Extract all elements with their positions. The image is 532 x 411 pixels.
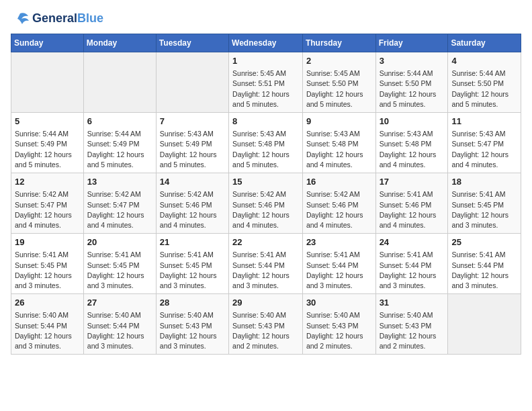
calendar-week: 1Sunrise: 5:45 AM Sunset: 5:51 PM Daylig… bbox=[11, 52, 521, 113]
day-info: Sunrise: 5:42 AM Sunset: 5:46 PM Dayligh… bbox=[160, 189, 225, 230]
day-info: Sunrise: 5:41 AM Sunset: 5:44 PM Dayligh… bbox=[232, 250, 299, 291]
calendar-cell: 21Sunrise: 5:41 AM Sunset: 5:45 PM Dayli… bbox=[156, 234, 228, 294]
day-info: Sunrise: 5:42 AM Sunset: 5:46 PM Dayligh… bbox=[306, 189, 372, 230]
day-number: 20 bbox=[87, 236, 152, 248]
calendar-cell: 20Sunrise: 5:41 AM Sunset: 5:45 PM Dayli… bbox=[83, 234, 156, 294]
day-info: Sunrise: 5:43 AM Sunset: 5:48 PM Dayligh… bbox=[306, 129, 372, 170]
day-info: Sunrise: 5:44 AM Sunset: 5:49 PM Dayligh… bbox=[87, 129, 152, 170]
day-number: 11 bbox=[451, 116, 517, 128]
calendar-week: 5Sunrise: 5:44 AM Sunset: 5:49 PM Daylig… bbox=[11, 113, 521, 173]
day-info: Sunrise: 5:44 AM Sunset: 5:49 PM Dayligh… bbox=[15, 129, 80, 170]
day-info: Sunrise: 5:43 AM Sunset: 5:47 PM Dayligh… bbox=[451, 129, 517, 170]
day-info: Sunrise: 5:43 AM Sunset: 5:48 PM Dayligh… bbox=[232, 129, 299, 170]
calendar-cell: 13Sunrise: 5:42 AM Sunset: 5:47 PM Dayli… bbox=[83, 173, 156, 234]
day-info: Sunrise: 5:43 AM Sunset: 5:49 PM Dayligh… bbox=[160, 129, 225, 170]
day-info: Sunrise: 5:41 AM Sunset: 5:46 PM Dayligh… bbox=[380, 189, 445, 230]
weekday-header: Tuesday bbox=[156, 34, 228, 52]
logo-icon bbox=[11, 11, 30, 27]
calendar-cell: 5Sunrise: 5:44 AM Sunset: 5:49 PM Daylig… bbox=[11, 113, 84, 173]
calendar-cell: 26Sunrise: 5:40 AM Sunset: 5:44 PM Dayli… bbox=[11, 294, 84, 355]
weekday-header: Wednesday bbox=[229, 34, 303, 52]
weekday-header: Saturday bbox=[448, 34, 521, 52]
calendar-week: 19Sunrise: 5:41 AM Sunset: 5:45 PM Dayli… bbox=[11, 234, 521, 294]
calendar-header: SundayMondayTuesdayWednesdayThursdayFrid… bbox=[11, 34, 521, 52]
calendar-cell: 18Sunrise: 5:41 AM Sunset: 5:45 PM Dayli… bbox=[448, 173, 521, 234]
day-info: Sunrise: 5:45 AM Sunset: 5:50 PM Dayligh… bbox=[306, 68, 372, 109]
day-info: Sunrise: 5:44 AM Sunset: 5:50 PM Dayligh… bbox=[451, 68, 517, 109]
day-info: Sunrise: 5:43 AM Sunset: 5:48 PM Dayligh… bbox=[380, 129, 445, 170]
calendar-cell bbox=[156, 52, 228, 113]
day-number: 23 bbox=[306, 236, 372, 248]
calendar-cell: 9Sunrise: 5:43 AM Sunset: 5:48 PM Daylig… bbox=[302, 113, 375, 173]
day-number: 17 bbox=[380, 176, 445, 188]
day-info: Sunrise: 5:44 AM Sunset: 5:50 PM Dayligh… bbox=[380, 68, 445, 109]
day-info: Sunrise: 5:40 AM Sunset: 5:43 PM Dayligh… bbox=[232, 310, 299, 351]
day-info: Sunrise: 5:40 AM Sunset: 5:43 PM Dayligh… bbox=[380, 310, 445, 351]
day-info: Sunrise: 5:41 AM Sunset: 5:45 PM Dayligh… bbox=[160, 250, 225, 291]
calendar-cell: 29Sunrise: 5:40 AM Sunset: 5:43 PM Dayli… bbox=[229, 294, 303, 355]
calendar-cell: 23Sunrise: 5:41 AM Sunset: 5:44 PM Dayli… bbox=[302, 234, 375, 294]
calendar-cell: 24Sunrise: 5:41 AM Sunset: 5:44 PM Dayli… bbox=[375, 234, 448, 294]
calendar-cell: 3Sunrise: 5:44 AM Sunset: 5:50 PM Daylig… bbox=[375, 52, 448, 113]
calendar-cell: 27Sunrise: 5:40 AM Sunset: 5:44 PM Dayli… bbox=[83, 294, 156, 355]
calendar-cell bbox=[83, 52, 156, 113]
day-number: 16 bbox=[306, 176, 372, 188]
day-number: 27 bbox=[87, 297, 152, 309]
day-number: 15 bbox=[232, 176, 299, 188]
calendar-cell: 17Sunrise: 5:41 AM Sunset: 5:46 PM Dayli… bbox=[375, 173, 448, 234]
calendar-cell: 8Sunrise: 5:43 AM Sunset: 5:48 PM Daylig… bbox=[229, 113, 303, 173]
day-info: Sunrise: 5:41 AM Sunset: 5:45 PM Dayligh… bbox=[87, 250, 152, 291]
calendar-cell: 10Sunrise: 5:43 AM Sunset: 5:48 PM Dayli… bbox=[375, 113, 448, 173]
calendar-cell: 12Sunrise: 5:42 AM Sunset: 5:47 PM Dayli… bbox=[11, 173, 84, 234]
calendar-cell bbox=[11, 52, 84, 113]
day-number: 18 bbox=[451, 176, 517, 188]
day-info: Sunrise: 5:41 AM Sunset: 5:44 PM Dayligh… bbox=[306, 250, 372, 291]
calendar-table: SundayMondayTuesdayWednesdayThursdayFrid… bbox=[11, 34, 521, 355]
day-number: 2 bbox=[306, 55, 372, 67]
day-number: 8 bbox=[232, 116, 299, 128]
day-info: Sunrise: 5:42 AM Sunset: 5:46 PM Dayligh… bbox=[232, 189, 299, 230]
weekday-header: Sunday bbox=[11, 34, 84, 52]
calendar-cell: 1Sunrise: 5:45 AM Sunset: 5:51 PM Daylig… bbox=[229, 52, 303, 113]
day-number: 25 bbox=[451, 236, 517, 248]
day-number: 24 bbox=[380, 236, 445, 248]
weekday-header: Monday bbox=[83, 34, 156, 52]
day-info: Sunrise: 5:41 AM Sunset: 5:44 PM Dayligh… bbox=[380, 250, 445, 291]
day-info: Sunrise: 5:41 AM Sunset: 5:45 PM Dayligh… bbox=[15, 250, 80, 291]
calendar-cell bbox=[448, 294, 521, 355]
day-number: 29 bbox=[232, 297, 299, 309]
calendar-cell: 6Sunrise: 5:44 AM Sunset: 5:49 PM Daylig… bbox=[83, 113, 156, 173]
calendar-cell: 11Sunrise: 5:43 AM Sunset: 5:47 PM Dayli… bbox=[448, 113, 521, 173]
day-info: Sunrise: 5:40 AM Sunset: 5:43 PM Dayligh… bbox=[306, 310, 372, 351]
day-number: 9 bbox=[306, 116, 372, 128]
weekday-header: Friday bbox=[375, 34, 448, 52]
calendar-cell: 22Sunrise: 5:41 AM Sunset: 5:44 PM Dayli… bbox=[229, 234, 303, 294]
day-number: 22 bbox=[232, 236, 299, 248]
day-number: 26 bbox=[15, 297, 80, 309]
calendar-cell: 16Sunrise: 5:42 AM Sunset: 5:46 PM Dayli… bbox=[302, 173, 375, 234]
calendar-week: 12Sunrise: 5:42 AM Sunset: 5:47 PM Dayli… bbox=[11, 173, 521, 234]
day-number: 4 bbox=[451, 55, 517, 67]
day-number: 6 bbox=[87, 116, 152, 128]
day-info: Sunrise: 5:40 AM Sunset: 5:44 PM Dayligh… bbox=[15, 310, 80, 351]
calendar-cell: 30Sunrise: 5:40 AM Sunset: 5:43 PM Dayli… bbox=[302, 294, 375, 355]
calendar-cell: 31Sunrise: 5:40 AM Sunset: 5:43 PM Dayli… bbox=[375, 294, 448, 355]
calendar-cell: 4Sunrise: 5:44 AM Sunset: 5:50 PM Daylig… bbox=[448, 52, 521, 113]
day-info: Sunrise: 5:41 AM Sunset: 5:45 PM Dayligh… bbox=[451, 189, 517, 230]
weekday-header: Thursday bbox=[302, 34, 375, 52]
calendar-cell: 2Sunrise: 5:45 AM Sunset: 5:50 PM Daylig… bbox=[302, 52, 375, 113]
day-info: Sunrise: 5:42 AM Sunset: 5:47 PM Dayligh… bbox=[87, 189, 152, 230]
calendar-cell: 28Sunrise: 5:40 AM Sunset: 5:43 PM Dayli… bbox=[156, 294, 228, 355]
day-info: Sunrise: 5:40 AM Sunset: 5:44 PM Dayligh… bbox=[87, 310, 152, 351]
calendar-cell: 25Sunrise: 5:41 AM Sunset: 5:44 PM Dayli… bbox=[448, 234, 521, 294]
logo: GeneralBlue bbox=[11, 11, 103, 27]
calendar-cell: 7Sunrise: 5:43 AM Sunset: 5:49 PM Daylig… bbox=[156, 113, 228, 173]
logo-text: GeneralBlue bbox=[32, 12, 103, 26]
day-info: Sunrise: 5:45 AM Sunset: 5:51 PM Dayligh… bbox=[232, 68, 299, 109]
calendar-body: 1Sunrise: 5:45 AM Sunset: 5:51 PM Daylig… bbox=[11, 52, 521, 355]
day-number: 30 bbox=[306, 297, 372, 309]
day-number: 31 bbox=[380, 297, 445, 309]
day-number: 1 bbox=[232, 55, 299, 67]
day-number: 7 bbox=[160, 116, 225, 128]
calendar-week: 26Sunrise: 5:40 AM Sunset: 5:44 PM Dayli… bbox=[11, 294, 521, 355]
